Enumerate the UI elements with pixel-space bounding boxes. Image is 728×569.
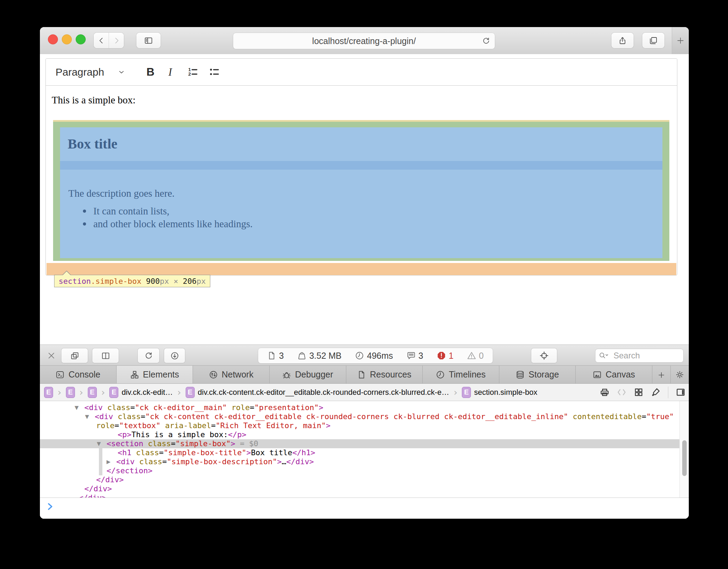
load-time-badge[interactable]: 496ms xyxy=(355,351,393,361)
quick-console[interactable] xyxy=(40,498,689,519)
dom-tree-row[interactable]: </section> xyxy=(40,466,679,475)
sidebar-button[interactable] xyxy=(136,33,161,48)
tab-resources[interactable]: Resources xyxy=(346,366,423,383)
reload-icon[interactable] xyxy=(482,37,490,45)
bubble-icon xyxy=(407,351,416,360)
minimize-window-button[interactable] xyxy=(62,34,72,44)
breadcrumb-item-1[interactable]: E xyxy=(66,387,75,398)
collapse-triangle-icon[interactable]: ▼ xyxy=(97,439,101,448)
download-page-button[interactable] xyxy=(164,348,185,363)
italic-button[interactable]: I xyxy=(168,66,172,78)
close-inspector-button[interactable] xyxy=(47,351,56,360)
dom-tree-row[interactable]: <p>This is a simple box:</p> xyxy=(40,430,679,439)
dom-tree-row[interactable]: </div> xyxy=(40,475,679,484)
forward-button[interactable] xyxy=(109,33,124,48)
dom-tree: ▼<div class="ck ck-editor__main" role="p… xyxy=(40,401,689,498)
error-icon xyxy=(437,351,446,360)
browser-window: localhost/creating-a-plugin/ Paragraph B… xyxy=(40,27,689,519)
dock-side-button[interactable] xyxy=(92,348,119,363)
box-description: The description goes here. xyxy=(68,170,662,199)
new-tab-button[interactable] xyxy=(672,27,689,54)
tab-storage[interactable]: Storage xyxy=(499,366,576,383)
ckeditor: Paragraph B I 12 This is a simple box: B… xyxy=(45,58,677,275)
add-tab-button[interactable] xyxy=(652,366,671,383)
warning-icon xyxy=(467,351,476,360)
detach-inspector-button[interactable] xyxy=(61,348,88,363)
heading-dropdown[interactable]: Paragraph xyxy=(56,66,125,78)
tab-label: Elements xyxy=(143,370,179,380)
element-picker-button[interactable] xyxy=(531,348,557,363)
tab-console[interactable]: Console xyxy=(40,366,117,383)
styles-brush-icon[interactable] xyxy=(651,388,660,397)
editor-toolbar: Paragraph B I 12 xyxy=(46,59,677,86)
close-window-button[interactable] xyxy=(48,34,58,44)
tooltip-text: section.simple-box 900px × 206px xyxy=(59,277,206,286)
reload-page-button[interactable] xyxy=(138,348,159,363)
rich-text-editable[interactable]: This is a simple box: Box title The desc… xyxy=(46,86,677,275)
console-messages-badge[interactable]: 3 xyxy=(407,351,423,361)
breadcrumb-item-5[interactable]: Esection.simple-box xyxy=(462,387,537,398)
numbered-list-button[interactable]: 12 xyxy=(187,67,198,78)
breadcrumb-item-3[interactable]: Ediv.ck.ck-edit… xyxy=(109,387,173,398)
collapse-triangle-icon[interactable]: ▼ xyxy=(85,412,89,421)
history-nav-group xyxy=(94,33,124,48)
tabs-icon xyxy=(649,36,658,45)
bold-button[interactable]: B xyxy=(146,66,154,78)
breadcrumb-item-4[interactable]: Ediv.ck.ck-content.ck-editor__editable.c… xyxy=(186,387,449,398)
breadcrumb-item-0[interactable]: E xyxy=(44,387,53,398)
print-styles-icon[interactable] xyxy=(600,388,609,397)
breadcrumb: E›E›E›Ediv.ck.ck-edit…›Ediv.ck.ck-conten… xyxy=(44,387,537,398)
element-badge-icon: E xyxy=(109,387,118,398)
tooltip-part: × xyxy=(169,277,183,286)
tab-overview-button[interactable] xyxy=(642,33,664,48)
back-button[interactable] xyxy=(94,33,109,48)
scrollbar-thumb[interactable] xyxy=(682,440,687,476)
breadcrumb-item-2[interactable]: E xyxy=(88,387,97,398)
zoom-window-button[interactable] xyxy=(76,34,86,44)
tab-label: Timelines xyxy=(449,370,485,380)
dom-tree-row[interactable]: ▼<section class="simple-box"> = $0 xyxy=(40,439,679,448)
tab-elements[interactable]: Elements xyxy=(117,366,193,383)
dom-tree-row[interactable]: <h1 class="simple-box-title">Box title</… xyxy=(40,448,679,457)
url-bar[interactable]: localhost/creating-a-plugin/ xyxy=(233,33,495,49)
dom-tree-row[interactable]: ▶<div class="simple-box-description">…</… xyxy=(40,457,679,466)
page-weight-badge[interactable]: 3.52 MB xyxy=(297,351,341,361)
errors-badge[interactable]: 1 xyxy=(437,351,454,361)
settings-tab-button[interactable] xyxy=(671,366,689,383)
sidebar-icon xyxy=(144,36,153,45)
debugger-icon xyxy=(282,370,291,379)
grid-overlay-icon[interactable] xyxy=(634,388,643,397)
tab-timelines[interactable]: Timelines xyxy=(423,366,499,383)
elements-icon xyxy=(130,370,139,379)
chevron-left-icon xyxy=(98,37,105,44)
browser-toolbar: localhost/creating-a-plugin/ xyxy=(40,27,689,54)
inspector-search-input[interactable] xyxy=(595,349,684,363)
tab-label: Storage xyxy=(528,370,559,380)
dom-scrollbar[interactable] xyxy=(679,401,689,498)
dom-tree-row[interactable]: </div> xyxy=(40,484,679,493)
warnings-badge[interactable]: 0 xyxy=(467,351,484,361)
tab-canvas[interactable]: Canvas xyxy=(576,366,652,383)
console-icon xyxy=(56,370,65,379)
console-messages-badge-value: 3 xyxy=(418,351,423,361)
plus-icon xyxy=(658,371,665,379)
expand-triangle-icon[interactable]: ▶ xyxy=(107,457,111,466)
resources-count-badge[interactable]: 3 xyxy=(267,351,284,361)
tab-debugger[interactable]: Debugger xyxy=(270,366,346,383)
tab-network[interactable]: Network xyxy=(193,366,270,383)
source-code-icon[interactable] xyxy=(617,388,626,397)
dom-tree-row[interactable]: ▼<div class="ck ck-editor__main" role="p… xyxy=(40,403,679,412)
inspector-toolbar: 33.52 MB496ms310 xyxy=(40,345,689,366)
inspector-tab-bar: ConsoleElementsNetworkDebuggerResourcesT… xyxy=(40,366,689,384)
dock-split-icon xyxy=(101,351,110,360)
paragraph-text: This is a simple box: xyxy=(52,94,136,106)
dom-tree-row[interactable]: ▼<div class="ck ck-content ck-editor__ed… xyxy=(40,412,679,421)
document-icon xyxy=(267,351,276,360)
collapse-triangle-icon[interactable]: ▼ xyxy=(75,403,79,412)
dom-tree-row[interactable]: </div> xyxy=(40,493,679,498)
crosshair-icon xyxy=(540,351,549,360)
details-sidebar-icon[interactable] xyxy=(676,388,685,397)
dom-tree-row[interactable]: role="textbox" aria-label="Rich Text Edi… xyxy=(40,421,679,430)
bulleted-list-button[interactable] xyxy=(209,67,220,78)
share-button[interactable] xyxy=(611,33,634,48)
